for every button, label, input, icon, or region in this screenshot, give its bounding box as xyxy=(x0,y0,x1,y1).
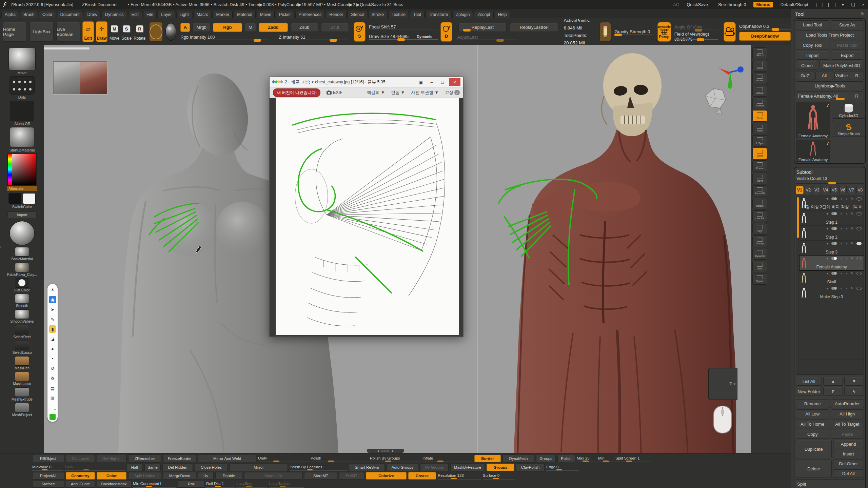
material-thumbnail[interactable] xyxy=(10,127,34,147)
append-button[interactable]: Append xyxy=(833,440,864,448)
focal-shift-slider[interactable]: Focal Shift 57 xyxy=(369,24,438,30)
reference-thumbnail-gray[interactable] xyxy=(53,61,80,94)
tray-control[interactable]: Half xyxy=(126,464,143,471)
subtool-row[interactable]: ▾ ◐ ◑ ✎ Step 3 xyxy=(800,241,864,256)
left-tray-collapse-arrow[interactable]: ‹ xyxy=(0,244,2,249)
auto-reorder-button[interactable]: AutoReorder xyxy=(831,399,864,408)
quick-pick-item[interactable]: SelectRect xyxy=(14,325,31,339)
tray-control[interactable]: Del Hidden xyxy=(162,464,193,471)
delete-button[interactable]: Delete xyxy=(796,460,832,478)
subtool-version-tab[interactable]: V8 xyxy=(856,186,864,194)
tray-control[interactable]: MidValue 0 xyxy=(32,464,63,471)
polyframe-flag-icon[interactable]: ▾ xyxy=(826,286,828,290)
tray-control[interactable]: ZRemesher xyxy=(128,454,161,463)
all-to-target-button[interactable]: All To Target xyxy=(831,420,864,428)
menu-item[interactable]: Document xyxy=(57,11,83,18)
polyframe-flag-icon[interactable]: ▾ xyxy=(826,257,828,260)
del-all-button[interactable]: Del All xyxy=(833,469,864,478)
dynamic-draw-size-label[interactable]: Dynamic xyxy=(417,35,432,39)
tray-control[interactable]: Del Higher xyxy=(97,455,126,462)
current-material-large-thumbnail[interactable] xyxy=(9,221,35,245)
draw-mode-button[interactable]: ✛ Draw xyxy=(96,21,107,42)
color-grid-icon[interactable] xyxy=(49,404,56,411)
annotation-tool-icon[interactable]: ➤ xyxy=(49,306,56,313)
annotation-tool-icon[interactable]: ▮ xyxy=(49,325,56,333)
visibility-eye-icon[interactable] xyxy=(856,287,862,290)
annotation-tool-icon[interactable]: ☀ xyxy=(49,286,56,293)
restore-button[interactable]: ❏ xyxy=(850,2,856,7)
live-boolean-button[interactable]: Live Boolean xyxy=(56,22,80,42)
goz-visible-button[interactable]: Visible xyxy=(834,71,848,80)
tray-control[interactable]: DynaMesh xyxy=(502,454,534,463)
right-shelf-button[interactable]: Move xyxy=(752,173,767,184)
polyframe-flag-icon[interactable]: ▾ xyxy=(826,271,828,275)
all-to-home-button[interactable]: All To Home xyxy=(796,420,829,428)
menu-item[interactable]: Brush xyxy=(20,11,38,18)
menu-item[interactable]: Dynamics xyxy=(102,11,127,18)
shade-icon[interactable]: ◐ xyxy=(841,286,843,290)
tray-control[interactable]: Polish By Groups xyxy=(370,455,421,462)
reference-thumbnail-muscle[interactable] xyxy=(80,61,107,94)
tool-r-button[interactable]: R xyxy=(850,92,864,100)
scale-mode-button[interactable]: S Scale xyxy=(121,22,132,42)
subtool-row[interactable]: ▾ ◐ ◑ ✎ Make Step 0 xyxy=(800,285,864,300)
tray-control[interactable]: Groups xyxy=(536,455,556,462)
annotation-tool-icon[interactable]: ✎ xyxy=(49,316,56,323)
stroke-type-thumbnail[interactable] xyxy=(9,76,35,95)
tool-thumbnail-simplebrush[interactable]: S SimpleBrush xyxy=(832,120,866,137)
divider-left-icon[interactable] xyxy=(816,3,823,7)
mrgb-toggle[interactable]: Mrgb xyxy=(193,23,210,32)
export-button[interactable]: Export xyxy=(831,51,864,60)
tray-control[interactable]: Min Connected l xyxy=(133,480,176,488)
gravity-pencil-icon[interactable] xyxy=(599,22,611,42)
tray-control[interactable]: BackfaceMask xyxy=(97,480,131,488)
zsub-toggle[interactable]: Zsub xyxy=(291,23,318,32)
rgb-intensity-slider[interactable]: Rgb Intensity 100 xyxy=(180,34,269,41)
rgb-toggle[interactable]: Rgb xyxy=(213,23,242,32)
goz-r-button[interactable]: R xyxy=(850,71,864,80)
tray-control[interactable]: Inflate xyxy=(422,455,473,462)
rotate-mode-button[interactable]: R Rotate xyxy=(134,22,145,42)
edit-menu[interactable]: 편집 ▼ xyxy=(391,90,405,96)
visibility-eye-icon[interactable] xyxy=(856,227,862,230)
subtool-empty-row[interactable] xyxy=(800,300,864,315)
replay-last-rel-button[interactable]: ReplayLastRel xyxy=(510,23,558,32)
subtool-empty-row[interactable] xyxy=(800,315,864,330)
new-folder-button[interactable]: New Folder xyxy=(796,387,822,396)
tool-thumbnail-female-anatomy-2[interactable]: 7 Female Anatomy xyxy=(796,140,830,162)
quick-pick-thumbnail[interactable] xyxy=(15,356,29,366)
all-high-button[interactable]: All High xyxy=(831,409,864,418)
subtool-row[interactable]: ▾ ◐ ◑ ✎ Step 1 xyxy=(800,211,864,226)
see-through-slider[interactable]: See-through 0 xyxy=(715,2,749,8)
shade-icon[interactable]: ◐ xyxy=(841,242,843,245)
angle-of-view-slider[interactable]: Angle Of View xyxy=(674,24,718,30)
right-shelf-button[interactable]: ZoomSD xyxy=(752,185,767,197)
tray-control[interactable]: FillObject xyxy=(32,455,64,462)
shade-icon[interactable]: ◐ xyxy=(841,212,843,216)
tool-thumbnail-female-anatomy[interactable]: 7 Female Anatomy xyxy=(796,102,830,138)
move-up-button[interactable]: ▲ xyxy=(823,377,843,386)
polypaint-icon[interactable] xyxy=(831,257,837,260)
move-into-folder-button[interactable]: ↳ xyxy=(844,387,864,396)
tray-control[interactable]: Same xyxy=(144,464,161,471)
zcut-toggle[interactable]: Zcut xyxy=(321,23,349,32)
menu-item[interactable]: Edit xyxy=(128,11,142,18)
quick-pick-thumbnail[interactable] xyxy=(15,387,29,397)
tray-control[interactable]: SDiv xyxy=(65,464,125,471)
menu-item[interactable]: Tool xyxy=(410,11,425,18)
tray-control[interactable]: Polish xyxy=(557,455,575,462)
scroll-right-icon[interactable]: ▶ xyxy=(392,449,394,452)
m-toggle[interactable]: M xyxy=(245,23,256,32)
menu-item[interactable]: Alpha xyxy=(1,11,19,18)
scroll-left-icon[interactable]: ◀ xyxy=(377,449,379,452)
document-canvas[interactable]: ☀◉➤✎▮◪●•↺♽▤▥ Tex ◀ ▦▦▦ ▶ 2 - 쇄골, 가슴 > ch… xyxy=(44,45,751,453)
tray-control[interactable]: Smart ReSym xyxy=(349,464,385,471)
quick-pick-item[interactable]: MeshProject xyxy=(12,403,32,417)
shade-icon[interactable]: ◐ xyxy=(841,227,843,230)
bookmark-menu[interactable]: 책갈피 ▼ xyxy=(367,90,385,96)
right-shelf-button[interactable]: Gxyz xyxy=(752,148,767,159)
insert-button[interactable]: Insert xyxy=(833,450,864,458)
alpha-badge[interactable]: A xyxy=(180,23,190,32)
quick-pick-item[interactable]: MaskPen xyxy=(15,356,29,370)
annotation-tool-icon[interactable]: ♽ xyxy=(49,374,56,382)
